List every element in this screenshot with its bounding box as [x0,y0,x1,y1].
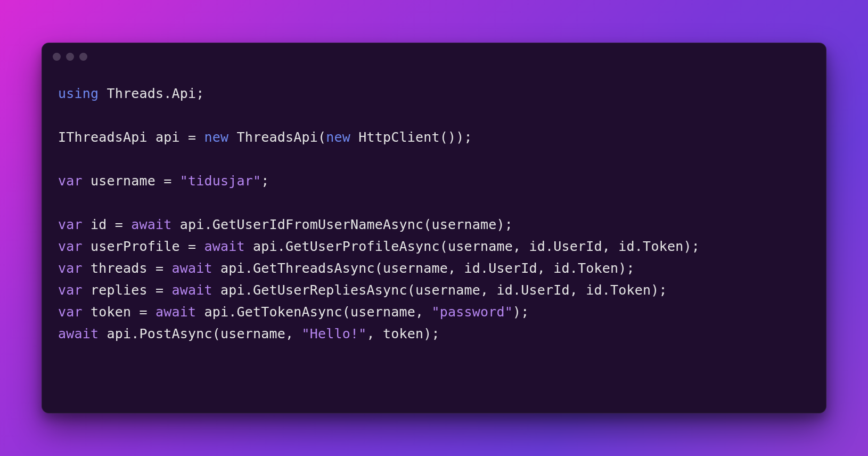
string-literal: "Hello!" [302,326,367,341]
keyword-using: using [58,86,99,101]
code-line-11: var token = await api.GetTokenAsync(user… [58,304,529,320]
code-line-10: var replies = await api.GetUserRepliesAs… [58,282,667,298]
string-literal: "password" [432,304,513,320]
keyword-var: var [58,239,83,254]
code-line-7: var id = await api.GetUserIdFromUserName… [58,217,513,232]
keyword-new: new [326,129,350,145]
traffic-light-close-icon[interactable] [53,53,61,61]
keyword-await: await [131,217,171,232]
window-titlebar [42,43,826,70]
code-line-5: var username = "tidusjar"; [58,173,269,189]
code-line-9: var threads = await api.GetThreadsAsync(… [58,260,635,276]
traffic-light-minimize-icon[interactable] [66,53,74,61]
keyword-await: await [155,304,196,320]
string-literal: "tidusjar" [180,173,261,189]
keyword-var: var [58,173,83,189]
code-line-1: using Threads.Api; [58,86,204,101]
keyword-await: await [58,326,99,341]
code-line-12: await api.PostAsync(username, "Hello!", … [58,326,440,341]
keyword-await: await [172,282,212,298]
code-block: using Threads.Api; IThreadsApi api = new… [42,70,826,361]
keyword-await: await [172,260,212,276]
keyword-var: var [58,282,83,298]
code-line-3: IThreadsApi api = new ThreadsApi(new Htt… [58,129,472,145]
code-window: using Threads.Api; IThreadsApi api = new… [42,43,826,413]
traffic-light-zoom-icon[interactable] [79,53,87,61]
keyword-await: await [204,239,245,254]
keyword-var: var [58,217,83,232]
keyword-var: var [58,304,83,320]
keyword-var: var [58,260,83,276]
keyword-new: new [204,129,229,145]
code-line-8: var userProfile = await api.GetUserProfi… [58,239,700,254]
